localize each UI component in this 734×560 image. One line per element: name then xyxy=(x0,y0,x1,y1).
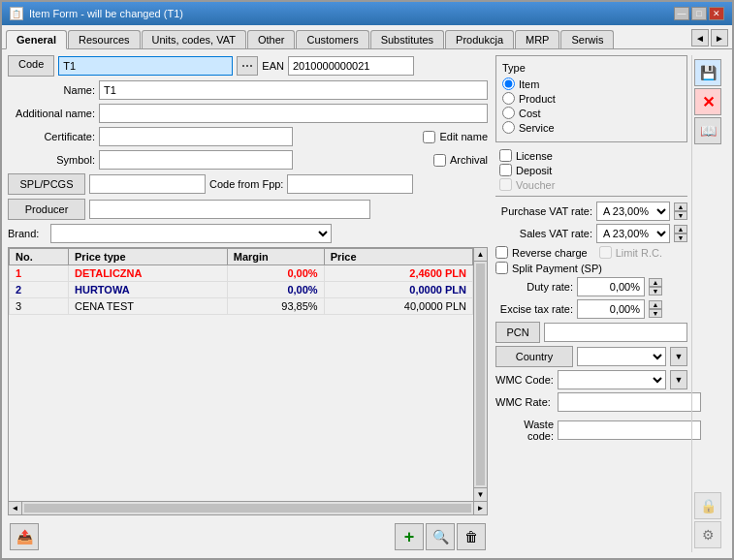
tab-nav-left[interactable]: ◄ xyxy=(691,29,709,47)
voucher-label: Voucher xyxy=(516,179,555,191)
close-button[interactable]: ✕ xyxy=(709,7,724,20)
lock-button[interactable]: 🔒 xyxy=(694,492,721,519)
settings-button[interactable]: ⚙ xyxy=(694,521,721,548)
radio-product-radio[interactable] xyxy=(502,92,515,105)
scroll-thumb[interactable] xyxy=(476,264,485,485)
code-button[interactable]: Code xyxy=(8,55,54,77)
radio-cost: Cost xyxy=(502,107,681,119)
purchase-vat-down[interactable]: ▼ xyxy=(674,211,687,220)
sales-vat-row: Sales VAT rate: A 23,00% ▲ ▼ xyxy=(495,224,687,243)
scroll-h-thumb[interactable] xyxy=(24,504,471,513)
wmc-code-select[interactable] xyxy=(558,370,666,389)
table-row[interactable]: 2 HURTOWA 0,00% 0,0000 PLN xyxy=(10,282,473,298)
search-price-button[interactable]: 🔍 xyxy=(426,523,455,550)
pcn-input[interactable] xyxy=(544,323,687,342)
duty-spinner: ▲ ▼ xyxy=(649,278,662,296)
sales-vat-select[interactable]: A 23,00% xyxy=(596,224,670,243)
tab-bar: General Resources Units, codes, VAT Othe… xyxy=(2,25,732,49)
duty-row: Duty rate: ▲ ▼ xyxy=(495,277,687,296)
table-row[interactable]: 3 CENA TEST 93,85% 40,0000 PLN xyxy=(10,298,473,315)
tab-customers[interactable]: Customers xyxy=(296,30,368,48)
spl-button[interactable]: SPL/PCGS xyxy=(8,173,85,195)
excise-input[interactable] xyxy=(577,299,645,319)
radio-service-label: Service xyxy=(519,122,555,134)
split-payment-label: Split Payment (SP) xyxy=(512,263,602,274)
deposit-checkbox[interactable] xyxy=(499,164,512,176)
reverse-charge-checkbox[interactable] xyxy=(495,246,508,259)
save-button[interactable]: 💾 xyxy=(694,59,721,86)
name-input[interactable] xyxy=(99,80,488,100)
cell-margin: 0,00% xyxy=(227,282,324,298)
country-button[interactable]: Country xyxy=(495,346,573,367)
symbol-label: Symbol: xyxy=(8,154,95,166)
producer-button[interactable]: Producer xyxy=(8,199,85,220)
limit-rc-checkbox[interactable] xyxy=(599,246,612,259)
certificate-input[interactable] xyxy=(99,127,293,146)
export-button[interactable]: 📤 xyxy=(10,523,39,550)
minimize-button[interactable]: — xyxy=(674,7,689,20)
window-title: Item Form - will be changed (T1) xyxy=(29,8,183,19)
tab-serwis[interactable]: Serwis xyxy=(560,30,614,48)
add-price-button[interactable]: + xyxy=(395,523,424,550)
edit-name-checkbox[interactable] xyxy=(423,131,435,143)
purchase-vat-up[interactable]: ▲ xyxy=(674,202,687,211)
code-input[interactable] xyxy=(58,56,233,76)
scroll-down-button[interactable]: ▼ xyxy=(474,487,487,501)
additional-name-input[interactable] xyxy=(99,104,488,123)
scroll-left-button[interactable]: ◄ xyxy=(9,502,22,514)
table-row[interactable]: 1 DETALICZNA 0,00% 2,4600 PLN xyxy=(10,265,473,282)
code-fpp-input[interactable] xyxy=(287,174,413,194)
tab-other[interactable]: Other xyxy=(247,30,296,48)
scroll-right-button[interactable]: ► xyxy=(473,502,487,514)
voucher-checkbox[interactable] xyxy=(499,178,512,191)
split-payment-checkbox[interactable] xyxy=(495,262,508,274)
radio-cost-radio[interactable] xyxy=(502,107,515,119)
country-drop-button[interactable]: ▼ xyxy=(670,347,687,366)
tab-mrp[interactable]: MRP xyxy=(515,30,559,48)
delete-button[interactable]: ✕ xyxy=(694,88,721,115)
duty-up[interactable]: ▲ xyxy=(649,278,662,287)
brand-select[interactable] xyxy=(50,224,332,243)
radio-service-radio[interactable] xyxy=(502,121,515,134)
symbol-input[interactable] xyxy=(99,150,293,170)
vertical-scrollbar[interactable]: ▲ ▼ xyxy=(473,248,487,501)
scroll-up-button[interactable]: ▲ xyxy=(474,248,487,262)
spl-input[interactable] xyxy=(89,174,206,194)
duty-down[interactable]: ▼ xyxy=(649,287,662,296)
sales-vat-down[interactable]: ▼ xyxy=(674,233,687,242)
info-button[interactable]: 📖 xyxy=(694,117,721,144)
sales-vat-up[interactable]: ▲ xyxy=(674,225,687,233)
pcn-row: PCN xyxy=(495,322,687,343)
country-select[interactable] xyxy=(577,347,666,366)
archival-checkbox-row: Archival xyxy=(433,154,488,167)
wmc-rate-input[interactable] xyxy=(558,392,701,412)
excise-up[interactable]: ▲ xyxy=(649,300,662,309)
radio-item-radio[interactable] xyxy=(502,78,515,90)
pcn-button[interactable]: PCN xyxy=(495,322,540,343)
tab-substitutes[interactable]: Substitutes xyxy=(370,30,444,48)
cell-type: CENA TEST xyxy=(69,298,228,315)
wmc-code-drop[interactable]: ▼ xyxy=(670,370,687,389)
delete-price-button[interactable]: 🗑 xyxy=(457,523,486,550)
tab-produkcja[interactable]: Produkcja xyxy=(445,30,514,48)
tab-nav-right[interactable]: ► xyxy=(711,29,728,47)
license-row: License xyxy=(499,149,687,162)
horizontal-scrollbar[interactable]: ◄ ► xyxy=(9,501,487,514)
tab-resources[interactable]: Resources xyxy=(68,30,141,48)
producer-input[interactable] xyxy=(89,200,370,219)
maximize-button[interactable]: □ xyxy=(691,7,707,20)
ean-input[interactable] xyxy=(288,56,414,76)
excise-down[interactable]: ▼ xyxy=(649,309,662,318)
duty-input[interactable] xyxy=(577,277,645,296)
tab-units-codes-vat[interactable]: Units, codes, VAT xyxy=(142,30,246,48)
limit-rc-item: Limit R.C. xyxy=(599,246,662,259)
archival-checkbox[interactable] xyxy=(433,154,446,167)
purchase-vat-select[interactable]: A 23,00% xyxy=(596,202,670,221)
waste-code-input[interactable] xyxy=(558,420,701,440)
content-area: Code ⋯ EAN Name: Additional name: xyxy=(2,49,732,558)
license-checkbox[interactable] xyxy=(499,149,512,162)
certificate-label: Certificate: xyxy=(8,131,95,142)
tab-general[interactable]: General xyxy=(6,30,67,49)
brand-row: Brand: xyxy=(8,224,488,243)
code-picker-button[interactable]: ⋯ xyxy=(237,56,258,76)
